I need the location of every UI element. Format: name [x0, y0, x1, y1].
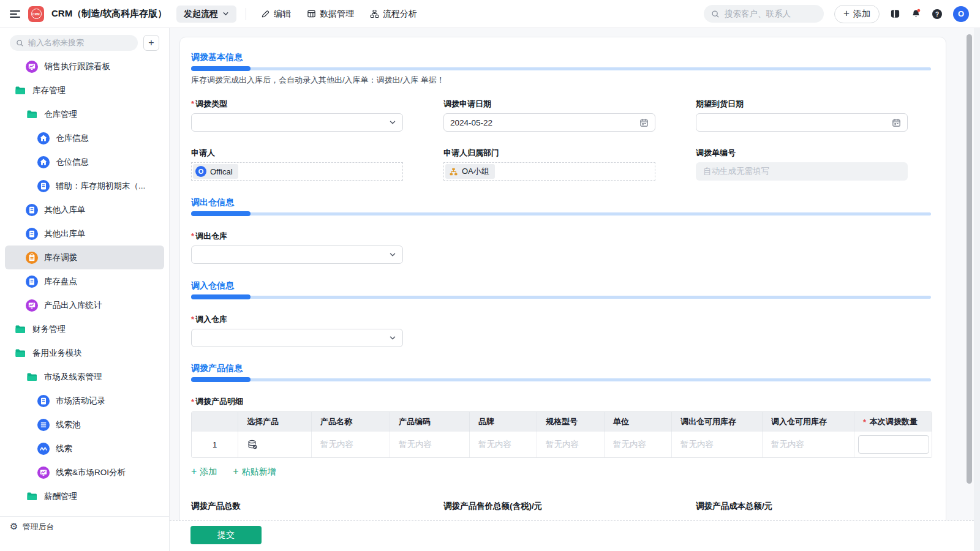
nav-edit-label: 编辑: [274, 9, 291, 20]
out-warehouse-select[interactable]: [191, 246, 403, 264]
admin-backend-button[interactable]: ⚙ 管理后台: [0, 516, 169, 537]
submit-button[interactable]: 提交: [190, 526, 262, 544]
table-cell: 暂无内容: [672, 432, 763, 457]
menu-toggle-icon[interactable]: [10, 10, 21, 18]
sidebar-item-label: 线索: [56, 443, 72, 454]
help-button[interactable]: ?: [932, 9, 943, 20]
applicant-picker[interactable]: O Offical: [191, 162, 403, 181]
doc-icon: [26, 204, 38, 216]
table-cell: 暂无内容: [537, 432, 605, 457]
section-progress-bar: [191, 211, 931, 216]
apply-date-field: 调拨申请日期 2024-05-22: [443, 99, 655, 132]
applicant-label: 申请人: [191, 148, 403, 158]
in-warehouse-select[interactable]: [191, 329, 403, 347]
table-cell: 暂无内容: [312, 432, 390, 457]
section-progress-bar: [191, 66, 931, 71]
clipboard-icon: [26, 252, 38, 264]
transfer-qty-input[interactable]: [858, 435, 929, 454]
sidebar-item-aux-period-inventory[interactable]: 辅助：库存期初期末（...: [5, 174, 164, 198]
product-detail-table: 选择产品产品名称产品编码品牌规格型号单位调出仓可用库存调入仓可用库存* 本次调拨…: [191, 411, 932, 458]
add-row-button[interactable]: +添加: [191, 467, 217, 478]
header-left: CRM CRM（制造/软高科库存版）: [0, 6, 168, 22]
sidebar-item-label: 线索&市场ROI分析: [56, 467, 126, 478]
table-grid-icon: [307, 9, 316, 18]
sidebar-item-label: 其他出库单: [44, 228, 86, 239]
global-search-input[interactable]: 搜索客户、联系人: [704, 5, 824, 23]
panel-toggle-button[interactable]: [890, 9, 900, 19]
home-icon: [37, 156, 50, 168]
nav-edit[interactable]: 编辑: [255, 9, 296, 20]
sidebar-search-input[interactable]: 输入名称来搜索: [10, 35, 138, 51]
select-product-button[interactable]: [238, 432, 312, 457]
sidebar-item-backup-modules[interactable]: 备用业务模块: [5, 341, 164, 365]
table-header-cell: 调入仓可用库存: [763, 412, 854, 432]
app-title: CRM（制造/软高科库存版）: [51, 8, 167, 20]
out-warehouse-label: *调出仓库: [191, 231, 403, 241]
sidebar-item-inventory-count[interactable]: 库存盘点: [5, 269, 164, 293]
scrollbar[interactable]: [967, 34, 972, 484]
sidebar-item-label: 仓库管理: [44, 109, 77, 120]
top-header: CRM CRM（制造/软高科库存版） 发起流程 编辑 数据管理 流程分析: [0, 0, 980, 28]
plus-icon: +: [191, 466, 197, 477]
search-icon: [16, 39, 24, 47]
transfer-type-label: *调拨类型: [191, 99, 403, 109]
start-flow-button[interactable]: 发起流程: [176, 6, 236, 23]
apply-date-input[interactable]: 2024-05-22: [443, 113, 655, 132]
sidebar-item-salary-management[interactable]: 薪酬管理: [5, 484, 164, 508]
nav-flow-analysis-label: 流程分析: [383, 9, 417, 20]
form-footer: 提交: [170, 520, 980, 551]
sidebar-item-market-activity[interactable]: 市场活动记录: [5, 389, 164, 413]
header-nav: 发起流程 编辑 数据管理 流程分析: [168, 6, 423, 23]
table-cell: 暂无内容: [390, 432, 470, 457]
sidebar-item-sales-exec-dashboard[interactable]: 销售执行跟踪看板: [5, 54, 164, 78]
sidebar-item-inventory-transfer[interactable]: 库存调拨: [5, 246, 164, 269]
bell-icon: [911, 9, 921, 19]
add-button[interactable]: + 添加: [834, 5, 880, 23]
basic-section-note: 库存调拨完成出入库后，会自动录入其他出/入库单：调拨出/入库 单据！: [191, 75, 931, 86]
nav-flow-analysis[interactable]: 流程分析: [364, 9, 423, 20]
sidebar-item-label: 财务管理: [32, 324, 66, 335]
nav-data-management[interactable]: 数据管理: [301, 9, 360, 20]
sidebar-item-lead-market-roi[interactable]: 线索&市场ROI分析: [5, 460, 164, 484]
sidebar-item-other-outbound[interactable]: 其他出库单: [5, 222, 164, 246]
applicant-tag: O Offical: [193, 164, 238, 179]
global-search-placeholder: 搜索客户、联系人: [725, 9, 791, 20]
sidebar-item-leads[interactable]: 线索: [5, 437, 164, 460]
folder-icon: [14, 347, 26, 359]
transfer-type-select[interactable]: [191, 113, 403, 132]
table-header-cell: 品牌: [470, 412, 537, 432]
sidebar-item-label: 仓库信息: [56, 133, 89, 144]
sidebar-item-lead-pool[interactable]: 线索池: [5, 413, 164, 437]
sidebar-search-placeholder: 输入名称来搜索: [28, 37, 84, 48]
section-progress-bar: [191, 377, 931, 382]
sidebar-item-bin-info[interactable]: 仓位信息: [5, 150, 164, 174]
sidebar-add-button[interactable]: +: [143, 35, 159, 51]
panel-icon: [890, 9, 900, 19]
section-title-basic: 调拨基本信息: [191, 52, 931, 62]
sidebar-item-market-lead-management[interactable]: 市场及线索管理: [5, 365, 164, 389]
notifications-button[interactable]: [911, 9, 921, 19]
sidebar-item-other-inbound[interactable]: 其他入库单: [5, 198, 164, 222]
section-title-in: 调入仓信息: [191, 280, 931, 291]
sidebar-item-warehouse-info[interactable]: 仓库信息: [5, 126, 164, 150]
section-title-product: 调拨产品信息: [191, 363, 931, 373]
sidebar-item-product-io-stats[interactable]: 产品出入库统计: [5, 293, 164, 317]
add-button-label: 添加: [853, 9, 870, 20]
sidebar-search-row: 输入名称来搜索 +: [0, 28, 169, 51]
search-icon: [711, 10, 720, 18]
applicant-dept-picker[interactable]: OA小组: [443, 162, 655, 181]
sidebar-item-inventory-management[interactable]: 库存管理: [5, 78, 164, 102]
table-cell: [854, 432, 932, 457]
expected-date-input[interactable]: [696, 113, 908, 132]
transfer-no-input: 自动生成无需填写: [696, 162, 908, 181]
question-icon: ?: [932, 9, 943, 20]
paste-add-button[interactable]: +粘贴新增: [233, 467, 276, 478]
chevron-down-icon: [389, 334, 396, 342]
required-asterisk: *: [191, 397, 194, 407]
sidebar-item-warehouse-management[interactable]: 仓库管理: [5, 102, 164, 126]
sidebar-item-finance-management[interactable]: 财务管理: [5, 317, 164, 341]
sidebar-item-label: 市场及线索管理: [44, 372, 102, 383]
in-warehouse-label: *调入仓库: [191, 315, 403, 324]
sidebar: 输入名称来搜索 + 销售执行跟踪看板库存管理仓库管理仓库信息仓位信息辅助：库存期…: [0, 28, 170, 551]
user-avatar[interactable]: O: [953, 6, 969, 22]
